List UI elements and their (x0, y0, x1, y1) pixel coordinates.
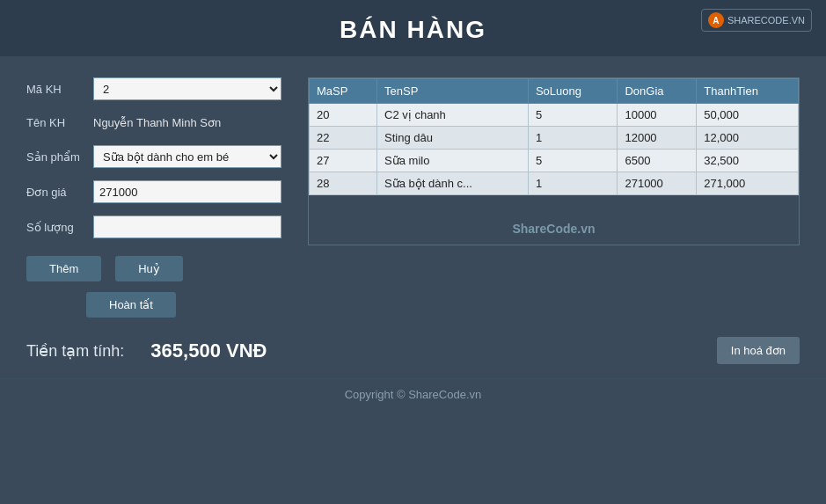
ten-kh-value: Nguyễn Thanh Minh Sơn (93, 113, 281, 133)
col-tensp: TenSP (377, 79, 529, 104)
table-header-row: MaSP TenSP SoLuong DonGia ThanhTien (310, 79, 799, 104)
table-cell: 12,000 (697, 127, 799, 150)
table-cell: 6500 (618, 150, 697, 172)
col-dongia: DonGia (618, 79, 697, 104)
san-pham-select[interactable]: Sữa bột dành cho em bé (93, 145, 281, 168)
hoan-tat-row: Hoàn tất (26, 281, 281, 318)
huy-button[interactable]: Huỷ (115, 256, 183, 281)
left-panel: Mã KH 2 Tên KH Nguyễn Thanh Minh Sơn Sản… (26, 77, 281, 318)
ten-kh-row: Tên KH Nguyễn Thanh Minh Sơn (26, 113, 281, 133)
table-cell: 10000 (618, 104, 697, 127)
don-gia-row: Đơn giá (26, 180, 281, 203)
table-cell: 27 (310, 150, 377, 172)
table-row: 28Sữa bột dành c...1271000271,000 (310, 172, 799, 195)
san-pham-label: Sản phẩm (26, 150, 86, 164)
footer-row: Tiền tạm tính: 365,500 VNĐ In hoá đơn (0, 326, 826, 375)
copyright: Copyright © ShareCode.vn (0, 378, 826, 408)
table-cell: Sữa bột dành c... (377, 172, 529, 195)
logo: A SHARECODE.VN (701, 9, 812, 32)
table-cell: 50,000 (697, 104, 799, 127)
table-cell: 20 (310, 104, 377, 127)
table-cell: C2 vị chanh (377, 104, 529, 127)
table-cell: 22 (310, 127, 377, 150)
table-row: 22Sting dâu11200012,000 (310, 127, 799, 150)
san-pham-row: Sản phẩm Sữa bột dành cho em bé (26, 145, 281, 168)
hoan-tat-button[interactable]: Hoàn tất (86, 292, 176, 318)
so-luong-row: Số lượng (26, 215, 281, 238)
table-cell: 271000 (618, 172, 697, 195)
table-cell: 32,500 (697, 150, 799, 172)
logo-icon: A (708, 12, 724, 28)
tien-tam-tinh-value: 365,500 VNĐ (150, 340, 267, 362)
table-cell: Sữa milo (377, 150, 529, 172)
tien-tam-tinh-label: Tiền tạm tính: (26, 341, 124, 361)
right-panel: MaSP TenSP SoLuong DonGia ThanhTien 20C2… (308, 77, 800, 318)
table-cell: 12000 (618, 127, 697, 150)
ma-kh-label: Mã KH (26, 83, 86, 96)
table-cell: 5 (528, 104, 618, 127)
ma-kh-select[interactable]: 2 (93, 77, 281, 100)
watermark: ShareCode.vn (309, 195, 799, 245)
table-cell: 5 (528, 150, 618, 172)
table-cell: 28 (310, 172, 377, 195)
ma-kh-row: Mã KH 2 (26, 77, 281, 100)
so-luong-label: Số lượng (26, 221, 86, 234)
data-table: MaSP TenSP SoLuong DonGia ThanhTien 20C2… (309, 78, 799, 195)
don-gia-input[interactable] (93, 180, 281, 203)
table-cell: Sting dâu (377, 127, 529, 150)
header: BÁN HÀNG A SHARECODE.VN (0, 0, 826, 56)
table-wrapper: MaSP TenSP SoLuong DonGia ThanhTien 20C2… (308, 77, 800, 245)
don-gia-label: Đơn giá (26, 186, 86, 199)
table-row: 20C2 vị chanh51000050,000 (310, 104, 799, 127)
col-thanhtien: ThanhTien (697, 79, 799, 104)
logo-text: SHARECODE.VN (727, 15, 805, 26)
action-buttons: Thêm Huỷ (26, 256, 281, 281)
table-cell: 271,000 (697, 172, 799, 195)
table-row: 27Sữa milo5650032,500 (310, 150, 799, 172)
table-cell: 1 (528, 172, 618, 195)
so-luong-input[interactable] (93, 215, 281, 238)
table-cell: 1 (528, 127, 618, 150)
col-masp: MaSP (310, 79, 377, 104)
them-button[interactable]: Thêm (26, 256, 101, 281)
main-content: Mã KH 2 Tên KH Nguyễn Thanh Minh Sơn Sản… (0, 56, 826, 326)
in-hoa-don-button[interactable]: In hoá đơn (717, 337, 800, 364)
col-soluong: SoLuong (528, 79, 618, 104)
ten-kh-label: Tên KH (26, 116, 86, 129)
